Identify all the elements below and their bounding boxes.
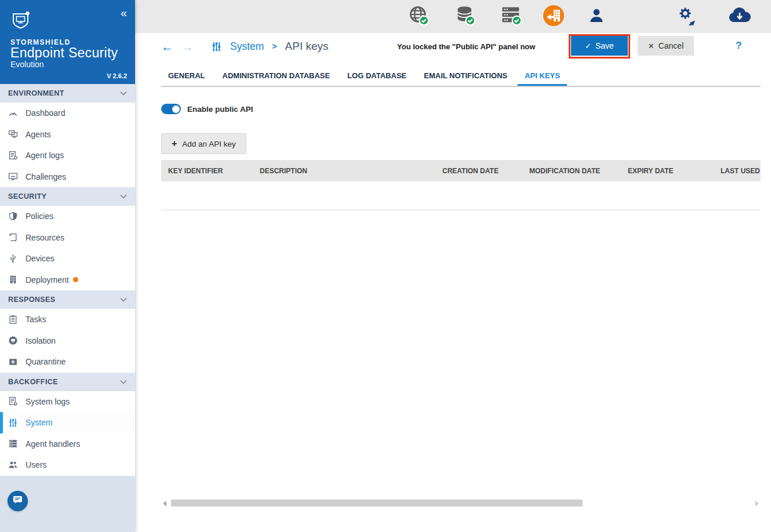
- toolbar: ← → System > API keys You locked the "Pu…: [135, 33, 771, 60]
- api-keys-panel: Enable public API + Add an API key KEY I…: [135, 104, 771, 210]
- table-header-row: KEY IDENTIFIER DESCRIPTION CREATION DATE…: [161, 160, 761, 181]
- clipboard-icon: [0, 315, 26, 325]
- version-label: V 2.6.2: [107, 72, 127, 79]
- section-backoffice[interactable]: BACKOFFICE: [0, 373, 135, 391]
- sidebar-item-dashboard[interactable]: Dashboard: [0, 103, 135, 124]
- sidebar: « STORMSHIELD Endpoint Security Evolutio…: [0, 0, 135, 532]
- sidebar-item-quarantine[interactable]: Quarantine: [0, 351, 135, 373]
- scroll-left-arrow[interactable]: [163, 501, 166, 507]
- usb-icon: [0, 254, 26, 264]
- document-gear-icon: [0, 396, 26, 406]
- sidebar-item-resources[interactable]: Resources: [0, 227, 135, 249]
- web-service-status-icon[interactable]: [408, 5, 430, 29]
- sidebar-header: « STORMSHIELD Endpoint Security Evolutio…: [0, 0, 135, 84]
- horizontal-scrollbar[interactable]: [161, 500, 761, 507]
- deployment-pending-icon[interactable]: [543, 5, 565, 29]
- toggle-label: Enable public API: [187, 105, 253, 114]
- users-icon: [0, 460, 26, 470]
- add-api-key-button[interactable]: + Add an API key: [161, 133, 246, 154]
- database-status-icon[interactable]: [454, 5, 477, 29]
- forward-arrow-button[interactable]: →: [181, 41, 194, 53]
- gauge-icon: [0, 108, 26, 118]
- check-icon: ✓: [585, 42, 591, 50]
- chevron-down-icon: [120, 192, 127, 201]
- table-empty-row: [161, 181, 761, 210]
- isolated-monitor-icon: [0, 336, 26, 345]
- chevron-down-icon: [120, 378, 127, 386]
- tab-api-keys[interactable]: API KEYS: [518, 71, 567, 86]
- collapse-sidebar-icon[interactable]: «: [121, 7, 127, 19]
- quarantine-folder-icon: [0, 357, 26, 367]
- scroll-right-arrow[interactable]: [755, 501, 759, 507]
- save-button[interactable]: ✓ Save: [571, 36, 628, 56]
- stormshield-logo-icon: [10, 10, 126, 34]
- toggle-knob: [172, 105, 180, 113]
- breadcrumb-separator: >: [272, 42, 277, 51]
- tab-email-notifications[interactable]: EMAIL NOTIFICATIONS: [424, 71, 507, 86]
- deployment-status-dot: [73, 277, 78, 282]
- cloud-sync-icon[interactable]: [728, 7, 752, 27]
- app-window: « STORMSHIELD Endpoint Security Evolutio…: [0, 0, 771, 532]
- server-icon: [0, 439, 26, 449]
- sidebar-nav: ENVIRONMENT Dashboard Agents: [0, 84, 135, 476]
- sidebar-footer: [0, 476, 135, 532]
- scrollbar-thumb[interactable]: [171, 500, 583, 507]
- section-responses[interactable]: RESPONSES: [0, 290, 135, 309]
- column-description[interactable]: DESCRIPTION: [253, 167, 435, 175]
- page-title: API keys: [285, 40, 329, 53]
- sidebar-item-agent-handlers[interactable]: Agent handlers: [0, 433, 135, 455]
- sidebar-item-system[interactable]: System: [0, 412, 135, 433]
- chevron-down-icon: [120, 89, 127, 97]
- building-icon: [0, 275, 26, 285]
- sidebar-item-system-logs[interactable]: System logs: [0, 391, 135, 413]
- breadcrumb-system-link[interactable]: System: [230, 41, 264, 53]
- column-key-identifier[interactable]: KEY IDENTIFIER: [161, 167, 253, 175]
- sidebar-item-devices[interactable]: Devices: [0, 248, 135, 269]
- column-expiry-date[interactable]: EXPIRY DATE: [621, 167, 714, 175]
- shield-icon: [0, 212, 26, 221]
- sidebar-item-isolation[interactable]: Isolation: [0, 330, 135, 352]
- tab-log-database[interactable]: LOG DATABASE: [347, 71, 406, 86]
- chat-bubble-icon: [13, 495, 23, 507]
- sidebar-item-agents[interactable]: Agents: [0, 124, 135, 145]
- services-gear-icon[interactable]: [677, 6, 698, 28]
- sidebar-item-agent-logs[interactable]: Agent logs: [0, 145, 135, 166]
- back-arrow-button[interactable]: ←: [161, 41, 173, 53]
- section-environment[interactable]: ENVIRONMENT: [0, 84, 135, 103]
- column-last-used[interactable]: LAST USED: [714, 167, 761, 175]
- tab-general[interactable]: GENERAL: [168, 71, 205, 86]
- agent-handler-status-icon[interactable]: [500, 5, 523, 29]
- sidebar-item-tasks[interactable]: Tasks: [0, 309, 135, 330]
- sliders-icon: [211, 41, 222, 52]
- user-account-icon[interactable]: [589, 8, 604, 26]
- column-modification-date[interactable]: MODIFICATION DATE: [522, 167, 621, 175]
- status-bar: [135, 0, 771, 33]
- sidebar-item-policies[interactable]: Policies: [0, 206, 135, 227]
- product-name: Endpoint Security: [10, 45, 126, 61]
- cancel-button[interactable]: ✕ Cancel: [638, 36, 694, 56]
- sidebar-item-users[interactable]: Users: [0, 454, 135, 476]
- plus-icon: +: [172, 139, 177, 149]
- chevron-down-icon: [120, 296, 127, 304]
- document-shield-icon: [0, 151, 26, 161]
- product-edition: Evolution: [10, 60, 126, 69]
- help-button[interactable]: ?: [736, 40, 741, 52]
- sidebar-item-deployment[interactable]: Deployment: [0, 269, 135, 291]
- monitors-icon: [0, 129, 26, 139]
- main-panel: ← → System > API keys You locked the "Pu…: [135, 0, 771, 532]
- sidebar-item-challenges[interactable]: Challenges: [0, 166, 135, 188]
- tab-bar: GENERAL ADMINISTRATION DATABASE LOG DATA…: [161, 60, 761, 87]
- sliders-icon: [0, 418, 26, 428]
- tab-administration-database[interactable]: ADMINISTRATION DATABASE: [223, 71, 330, 86]
- close-icon: ✕: [648, 42, 654, 50]
- api-keys-table: KEY IDENTIFIER DESCRIPTION CREATION DATE…: [161, 160, 761, 210]
- notification-text: You locked the "Public API" panel now: [397, 33, 535, 60]
- section-security[interactable]: SECURITY: [0, 187, 135, 206]
- chat-button[interactable]: [8, 491, 28, 511]
- enable-public-api-toggle[interactable]: [161, 104, 181, 114]
- monitor-icon: [0, 172, 26, 181]
- column-creation-date[interactable]: CREATION DATE: [435, 167, 522, 175]
- scroll-icon: [0, 232, 26, 242]
